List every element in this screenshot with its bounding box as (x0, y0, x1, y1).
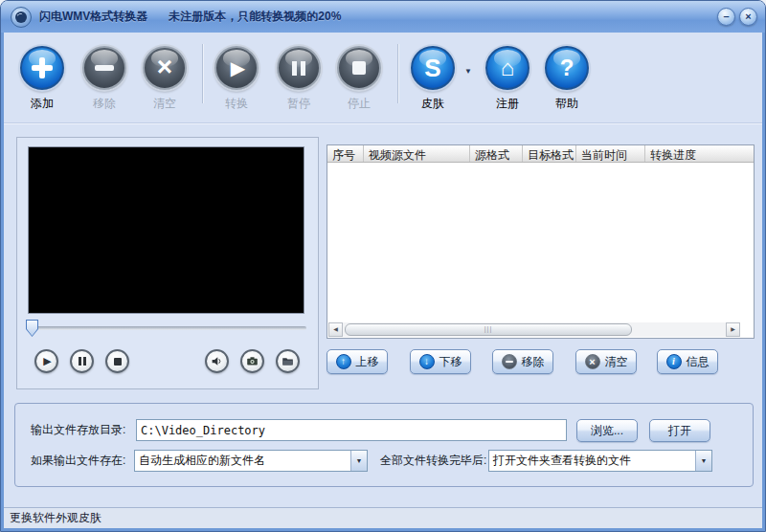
toolbar-pause-label: 暂停 (268, 96, 329, 112)
pause-icon (79, 357, 86, 366)
scrollbar-thumb[interactable] (345, 323, 632, 336)
col-header-source-format[interactable]: 源格式 (470, 145, 523, 162)
toolbar-remove-label: 移除 (74, 96, 135, 112)
browse-button[interactable]: 浏览... (576, 419, 638, 442)
toolbar-register-button[interactable]: ⌂ 注册 (477, 46, 538, 112)
toolbar-clear-label: 清空 (134, 96, 195, 112)
toolbar-add-button[interactable]: 添加 (11, 46, 73, 112)
video-preview-panel: ▶ (16, 137, 319, 389)
skin-s-icon: S (411, 46, 455, 90)
horizontal-scrollbar: ◀ ▶ (328, 322, 740, 337)
toolbar-pause-button[interactable]: 暂停 (268, 46, 329, 112)
scroll-left-arrow-icon[interactable]: ◀ (328, 322, 343, 337)
status-text: 更换软件外观皮肤 (10, 511, 101, 524)
seek-slider-track[interactable] (29, 326, 306, 330)
player-play-button[interactable]: ▶ (34, 349, 58, 373)
after-done-label: 全部文件转换完毕后: (380, 450, 486, 472)
close-button[interactable]: × (739, 8, 757, 26)
output-dir-label: 输出文件存放目录: (31, 419, 125, 441)
video-screen (28, 146, 304, 314)
player-open-folder-button[interactable] (276, 349, 300, 373)
col-header-target-format[interactable]: 目标格式 (523, 145, 576, 162)
remove-item-label: 移除 (522, 354, 545, 370)
pause-icon (277, 46, 321, 90)
cross-icon: × (143, 46, 187, 90)
clear-list-label: 清空 (605, 354, 628, 370)
player-pause-button[interactable] (70, 349, 94, 373)
client-area: 添加 移除 × 清空 ▶ 转换 暂停 停止 S 皮肤 ▼ ⌂ (4, 33, 762, 528)
toolbar-skin-button[interactable]: S 皮肤 (402, 46, 463, 112)
toolbar-divider (4, 122, 762, 124)
info-label: 信息 (687, 354, 710, 370)
toolbar-register-label: 注册 (477, 96, 538, 112)
status-bar: 更换软件外观皮肤 (4, 507, 762, 528)
player-volume-button[interactable] (205, 349, 229, 373)
if-exists-selected-value: 自动生成相应的新文件名 (135, 453, 350, 469)
app-window: 闪电WMV格式转换器 未注册版本，只能转换视频的20% – × 添加 移除 × … (0, 0, 766, 532)
toolbar-remove-button[interactable]: 移除 (74, 46, 135, 112)
chevron-down-icon[interactable]: ▼ (695, 451, 711, 471)
volume-icon (211, 355, 223, 367)
move-up-label: 上移 (356, 354, 379, 370)
chevron-down-icon[interactable]: ▼ (350, 451, 367, 471)
down-arrow-icon: ↓ (419, 354, 435, 369)
play-icon: ▶ (41, 356, 51, 366)
up-arrow-icon: ↑ (336, 354, 351, 369)
info-icon: i (666, 354, 682, 369)
player-snapshot-button[interactable] (240, 349, 264, 373)
minimize-button[interactable]: – (717, 8, 735, 26)
info-button[interactable]: i 信息 (657, 349, 718, 374)
remove-item-button[interactable]: 移除 (492, 349, 553, 374)
output-dir-input[interactable] (136, 419, 567, 441)
toolbar-stop-label: 停止 (328, 96, 390, 112)
col-header-index[interactable]: 序号 (327, 145, 364, 162)
col-header-progress[interactable]: 转换进度 (645, 145, 754, 162)
if-exists-combobox[interactable]: 自动生成相应的新文件名 ▼ (134, 450, 368, 472)
toolbar-skin-label: 皮肤 (402, 96, 463, 112)
toolbar-help-label: 帮助 (536, 96, 597, 112)
move-down-label: 下移 (439, 354, 462, 370)
minus-icon (502, 354, 517, 369)
home-icon: ⌂ (485, 46, 529, 90)
move-up-button[interactable]: ↑ 上移 (327, 349, 388, 374)
plus-icon (20, 46, 64, 90)
stop-icon (337, 46, 381, 90)
open-folder-icon (282, 355, 294, 367)
window-title: 闪电WMV格式转换器 (39, 9, 147, 25)
clear-list-button[interactable]: × 清空 (575, 349, 637, 374)
player-stop-button[interactable] (105, 349, 129, 373)
toolbar-add-label: 添加 (11, 96, 73, 112)
toolbar-convert-label: 转换 (206, 96, 267, 112)
after-done-selected-value: 打开文件夹查看转换的文件 (489, 453, 695, 469)
toolbar-separator (202, 44, 203, 103)
file-list-table: 序号 视频源文件 源格式 目标格式 当前时间 转换进度 ◀ ▶ (327, 144, 755, 339)
snapshot-camera-icon (246, 355, 259, 367)
toolbar-clear-button[interactable]: × 清空 (134, 46, 195, 112)
col-header-current-time[interactable]: 当前时间 (576, 145, 645, 162)
toolbar-convert-button[interactable]: ▶ 转换 (206, 46, 267, 112)
play-icon: ▶ (214, 46, 259, 90)
title-bar: 闪电WMV格式转换器 未注册版本，只能转换视频的20% – × (1, 1, 765, 33)
col-header-source-file[interactable]: 视频源文件 (364, 145, 470, 162)
minus-icon (82, 46, 126, 90)
output-settings-group: 输出文件存放目录: 浏览... 打开 如果输出文件存在: 自动生成相应的新文件名… (14, 403, 754, 487)
seek-slider-thumb[interactable] (26, 320, 38, 337)
table-header-row: 序号 视频源文件 源格式 目标格式 当前时间 转换进度 (327, 145, 754, 163)
toolbar-stop-button[interactable]: 停止 (328, 46, 390, 112)
question-icon: ? (545, 46, 589, 90)
skin-dropdown-arrow-icon[interactable]: ▼ (464, 67, 472, 76)
open-dir-button[interactable]: 打开 (649, 419, 710, 442)
toolbar-help-button[interactable]: ? 帮助 (536, 46, 597, 112)
license-notice: 未注册版本，只能转换视频的20% (169, 9, 341, 25)
app-logo-icon (11, 7, 32, 28)
table-body-empty[interactable] (327, 163, 754, 322)
stop-icon (114, 358, 122, 366)
if-exists-label: 如果输出文件存在: (31, 450, 125, 472)
scroll-right-arrow-icon[interactable]: ▶ (726, 322, 740, 337)
move-down-button[interactable]: ↓ 下移 (410, 349, 471, 374)
toolbar-separator (397, 44, 398, 103)
after-done-combobox[interactable]: 打开文件夹查看转换的文件 ▼ (488, 450, 712, 472)
cross-icon: × (585, 354, 600, 369)
